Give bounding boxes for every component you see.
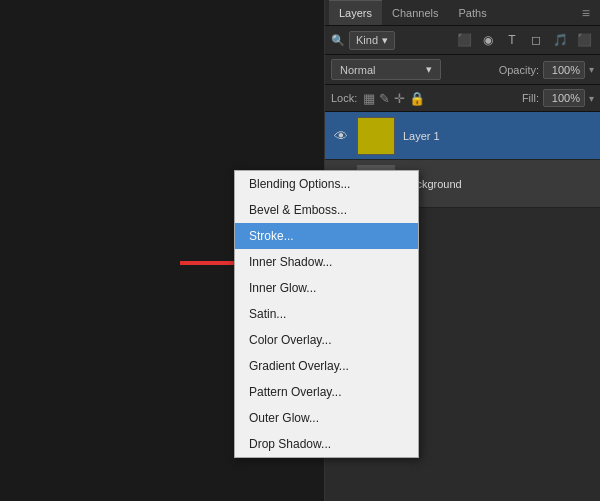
- tab-layers[interactable]: Layers: [329, 0, 382, 25]
- search-bar: 🔍 Kind ▾ ⬛ ◉ T ◻ 🎵 ⬛: [325, 26, 600, 55]
- fill-label: Fill:: [522, 92, 539, 104]
- lock-move-icon[interactable]: ✛: [394, 91, 405, 106]
- fill-input[interactable]: 100%: [543, 89, 585, 107]
- opacity-input[interactable]: 100%: [543, 61, 585, 79]
- filter-icons: ⬛ ◉ T ◻ 🎵 ⬛: [454, 30, 594, 50]
- search-icon: 🔍: [331, 34, 345, 47]
- filter-smart-icon[interactable]: 🎵: [550, 30, 570, 50]
- tab-channels[interactable]: Channels: [382, 0, 448, 25]
- layer-thumbnail: [357, 117, 395, 155]
- menu-item-outer-glow[interactable]: Outer Glow...: [235, 405, 418, 431]
- layer-name: Layer 1: [403, 130, 440, 142]
- lock-label: Lock:: [331, 92, 357, 104]
- menu-item-stroke[interactable]: Stroke...: [235, 223, 418, 249]
- blend-mode-row: Normal ▾ Opacity: 100% ▾: [325, 55, 600, 85]
- menu-item-blending-options[interactable]: Blending Options...: [235, 171, 418, 197]
- filter-extra-icon[interactable]: ⬛: [574, 30, 594, 50]
- menu-item-gradient-overlay[interactable]: Gradient Overlay...: [235, 353, 418, 379]
- layer-row[interactable]: 👁 Layer 1: [325, 112, 600, 160]
- filter-shape-icon[interactable]: ◻: [526, 30, 546, 50]
- arrow-line: [180, 261, 242, 265]
- menu-item-color-overlay[interactable]: Color Overlay...: [235, 327, 418, 353]
- menu-item-satin[interactable]: Satin...: [235, 301, 418, 327]
- lock-icons: ▦ ✎ ✛ 🔒: [363, 91, 425, 106]
- lock-all-icon[interactable]: 🔒: [409, 91, 425, 106]
- filter-adjust-icon[interactable]: ◉: [478, 30, 498, 50]
- opacity-group: Opacity: 100% ▾: [499, 61, 594, 79]
- fill-group: Fill: 100% ▾: [522, 89, 594, 107]
- menu-item-pattern-overlay[interactable]: Pattern Overlay...: [235, 379, 418, 405]
- panel-tabs: Layers Channels Paths ≡: [325, 0, 600, 26]
- opacity-label: Opacity:: [499, 64, 539, 76]
- menu-item-inner-glow[interactable]: Inner Glow...: [235, 275, 418, 301]
- blend-mode-dropdown[interactable]: Normal ▾: [331, 59, 441, 80]
- lock-draw-icon[interactable]: ✎: [379, 91, 390, 106]
- lock-row: Lock: ▦ ✎ ✛ 🔒 Fill: 100% ▾: [325, 85, 600, 112]
- panel-options-icon[interactable]: ≡: [576, 5, 596, 21]
- menu-item-bevel-emboss[interactable]: Bevel & Emboss...: [235, 197, 418, 223]
- menu-item-inner-shadow[interactable]: Inner Shadow...: [235, 249, 418, 275]
- kind-dropdown[interactable]: Kind ▾: [349, 31, 395, 50]
- layer-visibility-icon[interactable]: 👁: [331, 128, 351, 144]
- lock-pixels-icon[interactable]: ▦: [363, 91, 375, 106]
- tab-paths[interactable]: Paths: [449, 0, 497, 25]
- filter-type-icon[interactable]: T: [502, 30, 522, 50]
- filter-pixel-icon[interactable]: ⬛: [454, 30, 474, 50]
- context-menu: Blending Options... Bevel & Emboss... St…: [234, 170, 419, 458]
- menu-item-drop-shadow[interactable]: Drop Shadow...: [235, 431, 418, 457]
